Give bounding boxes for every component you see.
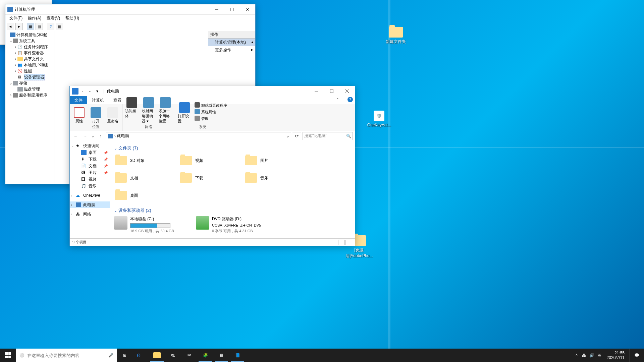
nav-downloads[interactable]: ⬇下载📌 [70,156,110,163]
menu-file[interactable]: 文件(F) [7,15,25,22]
tree-device-manager[interactable]: 🖥设备管理器 [6,74,53,80]
tray-clock[interactable]: 21:55 2020/7/11 [605,351,627,360]
qat-dropdown[interactable]: ▾ [94,88,101,95]
tree-root[interactable]: 计算机管理(本地) [6,32,53,38]
nav-desktop[interactable]: 桌面📌 [70,149,110,156]
close-button[interactable] [240,4,255,14]
toolbar-button[interactable]: ▤ [36,23,43,30]
desktop-icon-newfolder[interactable]: 新建文件夹 [382,27,409,45]
back-button[interactable]: ◄ [7,23,14,30]
nav-videos[interactable]: 🎞视频 [70,176,110,183]
tray-chevron-icon[interactable]: ＾ [575,353,579,358]
tray-ime[interactable]: 英 [598,353,601,358]
toolbar-button[interactable]: ▦ [27,23,34,30]
tab-computer[interactable]: 计算机 [87,96,109,104]
tab-file[interactable]: 文件 [70,96,87,104]
action-center-button[interactable]: 💬 [629,349,644,362]
ribbon-open[interactable]: 打开 [89,107,103,124]
ribbon-collapse-icon[interactable]: ⌃ [335,97,340,102]
tree-task-scheduler[interactable]: ›🕑任务计划程序 [6,44,53,50]
tree-shared-folders[interactable]: ›共享文件夹 [6,56,53,62]
tree-system-tools[interactable]: ⌄系统工具 [6,38,53,44]
help-button[interactable]: ? [47,23,54,30]
search-input[interactable] [27,353,106,358]
help-icon[interactable]: ? [347,97,353,102]
tab-view[interactable]: 查看 [109,96,126,104]
address-dropdown-icon[interactable]: ⌄ [286,134,289,138]
group-folders[interactable]: 文件夹 (7) [114,145,351,151]
recent-dropdown[interactable]: ⌄ [91,132,95,140]
task-view-button[interactable]: ⊞ [117,349,133,362]
folder-pictures[interactable]: 图片 [244,154,308,167]
taskbar-search[interactable]: ⚪ 🎤 [16,349,117,362]
start-button[interactable] [0,349,16,362]
collapse-icon[interactable]: ▴ [251,40,253,44]
toolbar-button[interactable]: ▦ [56,23,63,30]
ribbon-access-media[interactable]: 访问媒体 [125,97,139,124]
nav-pictures[interactable]: 🖼图片📌 [70,169,110,176]
ribbon-manage[interactable]: 管理 [195,116,209,122]
tray-network-icon[interactable]: 🖧 [582,353,586,358]
forward-button[interactable]: ► [15,23,23,30]
tree-performance[interactable]: ›🚫性能 [6,68,53,74]
back-button[interactable]: ← [72,132,80,140]
ribbon-sysprops[interactable]: 系统属性 [195,109,216,115]
ribbon-properties[interactable]: 属性 [72,107,86,124]
nav-network[interactable]: ›🖧网络 [70,211,110,218]
folder-desktop[interactable]: 桌面 [114,189,178,202]
minimize-button[interactable] [209,4,224,14]
tray-volume-icon[interactable]: 🔊 [589,353,594,358]
search-box[interactable]: 搜索"此电脑" 🔍 [303,132,353,140]
ribbon-add-network[interactable]: 添加一个网络位置 [159,97,172,124]
nav-music[interactable]: 🎵音乐 [70,183,110,189]
group-devices[interactable]: 设备和驱动器 (2) [114,207,351,214]
tree-local-users[interactable]: ›👥本地用户和组 [6,62,53,68]
nav-onedrive[interactable]: ›☁OneDrive [70,192,110,199]
folder-music[interactable]: 音乐 [244,171,308,185]
qat-button[interactable]: ▫ [79,88,86,95]
actions-item[interactable]: 计算机管理(本地)▴ [208,39,255,46]
taskbar-explorer[interactable] [149,349,165,362]
refresh-button[interactable]: ⟳ [292,132,301,140]
view-tiles-button[interactable] [345,240,352,245]
nav-quick-access[interactable]: ⌄★快速访问 [70,142,110,149]
ribbon-map-drive[interactable]: 映射网络驱动器 ▾ [142,97,155,124]
ribbon-uninstall[interactable]: 卸载或更改程序 [195,102,227,108]
view-details-button[interactable] [338,240,345,245]
breadcrumb[interactable]: 此电脑 [117,133,129,139]
tree-event-viewer[interactable]: ›📋事件查看器 [6,50,53,56]
maximize-button[interactable] [324,86,339,96]
menu-help[interactable]: 帮助(H) [63,15,82,22]
tree-services[interactable]: ›服务和应用程序 [6,92,53,98]
menu-action[interactable]: 操作(A) [25,15,44,22]
desktop-icon-onekey[interactable]: 🛡️ OneKeyAct... [366,111,392,127]
tree-disk-mgmt[interactable]: 磁盘管理 [6,86,53,92]
up-button[interactable]: ↑ [97,132,105,140]
titlebar[interactable]: ▫ ▫ ▾ | 此电脑 [70,86,355,96]
folder-documents[interactable]: 文档 [114,171,178,185]
nav-documents[interactable]: 📄文档📌 [70,163,110,169]
nav-this-pc[interactable]: ›此电脑 [70,201,110,208]
maximize-button[interactable] [224,4,240,14]
folder-videos[interactable]: 视频 [179,154,243,167]
ribbon-open-settings[interactable]: 打开设置 [178,102,191,124]
titlebar[interactable]: 计算机管理 [5,4,255,14]
drive-d[interactable]: DVD 驱动器 (D:) CCSA_X64FRE_ZH-CN_DV5 0 字节 … [196,216,276,234]
search-icon[interactable]: 🔍 [346,134,351,138]
qat-button[interactable]: ▫ [87,88,93,95]
taskbar-app1[interactable]: 🧩 [197,349,213,362]
folder-3d-objects[interactable]: 3D 对象 [114,154,178,167]
drive-c[interactable]: 本地磁盘 (C:) 18.9 GB 可用，共 59.4 GB [114,216,195,234]
ribbon-rename[interactable]: 重命名 [106,107,119,124]
forward-button[interactable]: → [81,132,89,140]
folder-downloads[interactable]: 下载 [179,171,243,185]
taskbar-store[interactable]: 🛍 [165,349,181,362]
close-button[interactable] [339,86,355,96]
address-box[interactable]: › 此电脑 ⌄ [106,132,291,140]
taskbar-app2[interactable]: 🖥 [213,349,229,362]
taskbar-app3[interactable]: 📘 [229,349,246,362]
tree-storage[interactable]: ⌄存储 [6,80,53,86]
minimize-button[interactable] [309,86,324,96]
taskbar-mail[interactable]: ✉ [181,349,197,362]
taskbar-edge[interactable]: e [133,349,149,362]
